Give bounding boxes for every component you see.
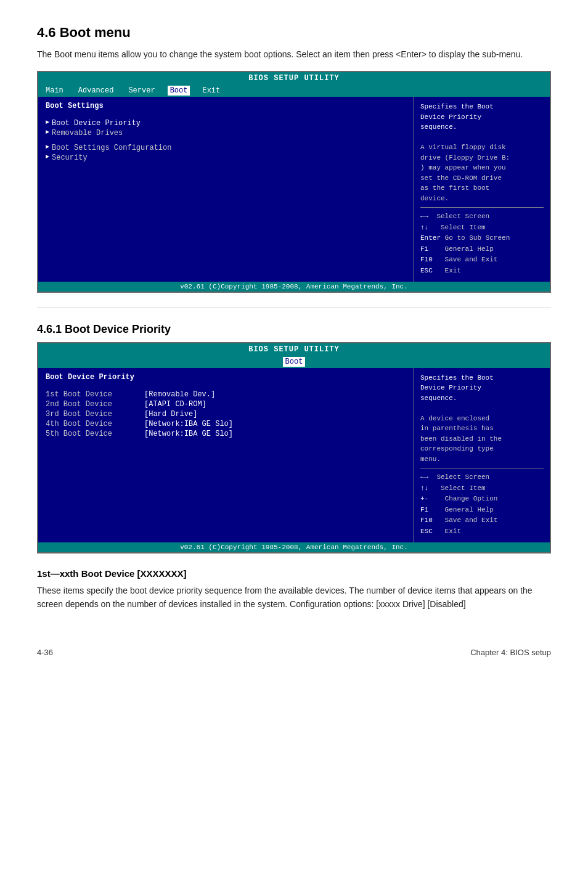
page-number: 4-36 bbox=[37, 648, 53, 657]
boot-settings-config-item: ► Boot Settings Configuration bbox=[46, 144, 406, 152]
bios-header-2: BIOS SETUP UTILITY bbox=[38, 343, 550, 356]
removable-drives-item: ► Removable Drives bbox=[46, 129, 406, 137]
arrow-icon-2: ► bbox=[46, 129, 49, 136]
boot-device-priority-item: ► Boot Device Priority bbox=[46, 119, 406, 128]
security-label: Security bbox=[52, 153, 88, 162]
device-label-5: 5th Boot Device bbox=[46, 430, 144, 438]
bios-box-2: BIOS SETUP UTILITY Boot Boot Device Prio… bbox=[37, 342, 551, 553]
bios-right-2: Specifies the BootDevice Prioritysequenc… bbox=[414, 368, 550, 542]
boot-device-subtitle: 1st—xxth Boot Device [XXXXXXX] bbox=[37, 568, 551, 579]
section-divider bbox=[37, 308, 551, 308]
bios-right-1: Specifies the BootDevice Prioritysequenc… bbox=[414, 97, 550, 282]
help-text-1: Specifies the BootDevice Prioritysequenc… bbox=[420, 102, 544, 203]
bios-left-2: Boot Device Priority 1st Boot Device [Re… bbox=[38, 368, 414, 542]
device-value-4: [Network:IBA GE Slo] bbox=[144, 420, 233, 428]
device-value-3: [Hard Drive] bbox=[144, 410, 197, 419]
page-footer: 4-36 Chapter 4: BIOS setup bbox=[37, 648, 551, 657]
device-label-2: 2nd Boot Device bbox=[46, 400, 144, 409]
device-value-1: [Removable Dev.] bbox=[144, 390, 215, 399]
boot-device-priority-label: Boot Device Priority bbox=[52, 119, 141, 128]
security-item: ► Security bbox=[46, 153, 406, 162]
device-row-5: 5th Boot Device [Network:IBA GE Slo] bbox=[46, 430, 406, 438]
device-row-3: 3rd Boot Device [Hard Drive] bbox=[46, 410, 406, 419]
help-text-2: Specifies the BootDevice Prioritysequenc… bbox=[420, 373, 544, 465]
key-guide-2: ←→ Select Screen ↑↓ Select Item +- Chang… bbox=[420, 472, 544, 537]
boot-device-body: These items specify the boot device prio… bbox=[37, 584, 551, 611]
device-label-1: 1st Boot Device bbox=[46, 390, 144, 399]
subsection-title: 4.6.1 Boot Device Priority bbox=[37, 323, 551, 336]
device-value-2: [ATAPI CD-ROM] bbox=[144, 400, 206, 409]
section-title: 4.6 Boot menu bbox=[37, 25, 551, 41]
device-row-4: 4th Boot Device [Network:IBA GE Slo] bbox=[46, 420, 406, 428]
boot-settings-config-label: Boot Settings Configuration bbox=[52, 144, 171, 152]
intro-text: The Boot menu items allow you to change … bbox=[37, 48, 551, 61]
help-line-4: A device enclosedin parenthesis hasbeen … bbox=[420, 414, 544, 465]
menu-server: Server bbox=[126, 86, 157, 96]
device-label-3: 3rd Boot Device bbox=[46, 410, 144, 419]
arrow-icon-1: ► bbox=[46, 119, 49, 126]
bios-menubar-2: Boot bbox=[38, 356, 550, 368]
menu-boot: Boot bbox=[168, 86, 190, 96]
boot-settings-title: Boot Settings bbox=[46, 102, 406, 110]
menu-advanced: Advanced bbox=[76, 86, 116, 96]
boot-device-priority-title: Boot Device Priority bbox=[46, 373, 406, 382]
bios-box-1: BIOS SETUP UTILITY Main Advanced Server … bbox=[37, 71, 551, 293]
bios-left-1: Boot Settings ► Boot Device Priority ► R… bbox=[38, 97, 414, 282]
bios-content-1: Boot Settings ► Boot Device Priority ► R… bbox=[38, 97, 550, 282]
device-value-5: [Network:IBA GE Slo] bbox=[144, 430, 233, 438]
device-row-1: 1st Boot Device [Removable Dev.] bbox=[46, 390, 406, 399]
menu-boot-2: Boot bbox=[283, 357, 306, 367]
menu-exit: Exit bbox=[200, 86, 223, 96]
bios-header-1: BIOS SETUP UTILITY bbox=[38, 72, 550, 84]
bios-footer-2: v02.61 (C)Copyright 1985-2008, American … bbox=[38, 542, 550, 552]
chapter-label: Chapter 4: BIOS setup bbox=[470, 648, 551, 657]
device-row-2: 2nd Boot Device [ATAPI CD-ROM] bbox=[46, 400, 406, 409]
device-label-4: 4th Boot Device bbox=[46, 420, 144, 428]
key-guide-1: ←→ Select Screen ↑↓ Select Item Enter Go… bbox=[420, 211, 544, 277]
bios-content-2: Boot Device Priority 1st Boot Device [Re… bbox=[38, 368, 550, 542]
menu-main: Main bbox=[43, 86, 66, 96]
bios-menubar-1: Main Advanced Server Boot Exit bbox=[38, 84, 550, 97]
arrow-icon-4: ► bbox=[46, 153, 49, 160]
help-line-2: A virtual floppy diskdrive (Floppy Drive… bbox=[420, 142, 544, 203]
help-line: Specifies the BootDevice Prioritysequenc… bbox=[420, 102, 544, 133]
bios-footer-1: v02.61 (C)Copyright 1985-2008, American … bbox=[38, 282, 550, 292]
boot-device-info: 1st—xxth Boot Device [XXXXXXX] These ite… bbox=[37, 568, 551, 611]
removable-drives-label: Removable Drives bbox=[52, 129, 123, 137]
arrow-icon-3: ► bbox=[46, 144, 49, 150]
help-line-3: Specifies the BootDevice Prioritysequenc… bbox=[420, 373, 544, 404]
